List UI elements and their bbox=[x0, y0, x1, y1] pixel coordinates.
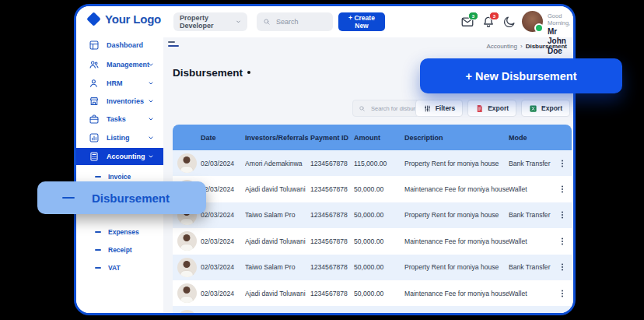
row-menu-icon[interactable] bbox=[558, 184, 567, 195]
table-actions: Filters Export Export bbox=[415, 100, 570, 117]
hrm-icon bbox=[89, 78, 100, 89]
app-window: Your Logo Property Developer + Create Ne… bbox=[74, 4, 576, 315]
filters-label: Filters bbox=[436, 104, 456, 112]
dash-icon bbox=[95, 267, 101, 269]
sidebar-item-hrm[interactable]: HRM bbox=[76, 76, 163, 91]
sidebar-subitem-expenses[interactable]: Expenses bbox=[76, 226, 163, 238]
cell-description: Property Rent for moniya house bbox=[404, 211, 509, 219]
cell-actions bbox=[552, 158, 572, 169]
row-menu-icon[interactable] bbox=[558, 158, 567, 169]
dash-icon bbox=[62, 197, 75, 199]
investor-avatar bbox=[177, 258, 197, 277]
moon-icon bbox=[502, 15, 516, 29]
breadcrumb-separator: › bbox=[520, 43, 523, 50]
sidebar-subitem-receipt[interactable]: Receipt bbox=[76, 244, 163, 256]
sidebar-item-label: Tasks bbox=[107, 115, 126, 123]
export-excel-button[interactable]: Export bbox=[521, 100, 570, 117]
cell-avatar bbox=[173, 283, 201, 303]
column-investors: Investors/Referrals bbox=[245, 134, 310, 142]
sidebar-item-accounting[interactable]: Accounting bbox=[76, 148, 163, 165]
dash-icon bbox=[95, 231, 101, 233]
sidebar-item-inventories[interactable]: Inventories bbox=[76, 93, 163, 109]
column-description: Description bbox=[404, 134, 509, 142]
menu-icon bbox=[168, 41, 175, 43]
subitem-label: Expenses bbox=[108, 228, 139, 236]
investor-avatar bbox=[177, 283, 197, 303]
export-pdf-button[interactable]: Export bbox=[467, 100, 516, 117]
sidebar-item-management[interactable]: Management bbox=[76, 57, 163, 72]
notifications-badge: 3 bbox=[489, 12, 499, 20]
cell-investor: Amori Ademakinwa bbox=[245, 160, 310, 167]
sidebar-item-label: Accounting bbox=[107, 153, 145, 160]
breadcrumb-parent[interactable]: Accounting bbox=[486, 43, 517, 50]
workspace-selector[interactable]: Property Developer bbox=[173, 12, 247, 31]
cell-description: Property Rent for moniya house bbox=[404, 160, 509, 167]
cell-payment-id: 1234567878 bbox=[310, 290, 354, 297]
table-row[interactable]: 02/03/2024 Ajadi david Toluwani 12345678… bbox=[173, 228, 572, 254]
notifications-button[interactable]: 3 bbox=[481, 15, 495, 29]
new-disbursement-button[interactable]: + New Disbursement bbox=[420, 58, 622, 93]
row-menu-icon[interactable] bbox=[558, 288, 567, 299]
filter-icon bbox=[423, 104, 432, 113]
page-title: Disbursement bbox=[173, 67, 250, 79]
chevron-down-icon bbox=[148, 62, 154, 68]
sidebar-item-dashboard[interactable]: Dashboard bbox=[76, 37, 163, 53]
online-status-dot bbox=[534, 23, 544, 33]
table-row[interactable]: 02/03/2024 Taiwo Salam Pro 1234567878 50… bbox=[173, 255, 572, 280]
row-menu-icon[interactable] bbox=[558, 236, 567, 247]
row-menu-icon[interactable] bbox=[558, 262, 567, 273]
table-row[interactable]: 02/03/2024 Taiwo Salam Pro 1234567878 50… bbox=[173, 306, 572, 315]
subitem-label: Invoice bbox=[108, 173, 131, 181]
subitem-label: Receipt bbox=[108, 246, 132, 254]
table-row[interactable]: 02/03/2024 Taiwo Salam Pro 1234567878 50… bbox=[173, 202, 572, 228]
table-row[interactable]: 02/03/2024 Ajadi david Toluwani 12345678… bbox=[173, 176, 572, 202]
table-row[interactable]: 02/03/2024 Ajadi david Toluwani 12345678… bbox=[173, 280, 572, 306]
workspace-selector-value: Property Developer bbox=[180, 14, 236, 30]
app-header: Your Logo Property Developer + Create Ne… bbox=[76, 6, 573, 37]
cell-amount: 50,000.00 bbox=[354, 290, 404, 297]
user-avatar[interactable] bbox=[522, 11, 543, 32]
sidebar-item-tasks[interactable]: Tasks bbox=[76, 111, 163, 127]
investor-avatar bbox=[177, 153, 197, 173]
cell-date: 02/03/2024 bbox=[201, 237, 245, 245]
disbursement-callout[interactable]: Disbursement bbox=[37, 181, 206, 214]
column-payment-id: Payment ID bbox=[310, 134, 354, 142]
table-body: 02/03/2024 Amori Ademakinwa 1234567878 1… bbox=[173, 150, 572, 315]
accounting-icon bbox=[89, 151, 100, 162]
column-amount: Amount bbox=[354, 134, 404, 142]
sidebar-item-listing[interactable]: Listing bbox=[76, 130, 163, 146]
sidebar-item-label: Listing bbox=[107, 134, 130, 142]
export-excel-label: Export bbox=[541, 104, 562, 112]
cell-mode: Wallet bbox=[509, 290, 552, 297]
dark-mode-toggle[interactable] bbox=[502, 15, 516, 29]
cell-date: 02/03/2024 bbox=[201, 211, 245, 219]
investor-avatar bbox=[177, 231, 197, 251]
row-menu-icon[interactable] bbox=[558, 209, 567, 220]
dash-icon bbox=[95, 249, 101, 251]
cell-amount: 50,000.00 bbox=[354, 185, 404, 193]
row-menu-icon[interactable] bbox=[558, 314, 567, 315]
filters-button[interactable]: Filters bbox=[415, 100, 464, 117]
sidebar-collapse-button[interactable] bbox=[168, 41, 180, 51]
tasks-icon bbox=[89, 114, 100, 125]
global-search-input[interactable] bbox=[275, 17, 327, 26]
cell-avatar bbox=[173, 258, 201, 277]
cell-payment-id: 1234567878 bbox=[310, 160, 354, 167]
messages-button[interactable]: 3 bbox=[460, 15, 474, 29]
cell-payment-id: 1234567878 bbox=[310, 185, 354, 193]
export-pdf-label: Export bbox=[488, 104, 509, 112]
create-new-button[interactable]: + Create New bbox=[338, 12, 385, 31]
table-row[interactable]: 02/03/2024 Amori Ademakinwa 1234567878 1… bbox=[173, 150, 572, 176]
sidebar-subitem-vat[interactable]: VAT bbox=[76, 262, 163, 274]
chevron-down-icon bbox=[148, 135, 154, 141]
search-icon bbox=[263, 18, 271, 26]
global-search[interactable] bbox=[257, 12, 333, 31]
cell-date: 02/03/2024 bbox=[201, 185, 245, 193]
pdf-icon bbox=[475, 104, 484, 113]
chevron-down-icon bbox=[148, 153, 154, 160]
excel-icon bbox=[529, 104, 537, 113]
title-dot bbox=[247, 71, 250, 74]
cell-actions bbox=[552, 314, 572, 315]
cell-description: Property Rent for moniya house bbox=[404, 263, 509, 271]
cell-description: Maintenance Fee for moniya house bbox=[404, 290, 509, 297]
